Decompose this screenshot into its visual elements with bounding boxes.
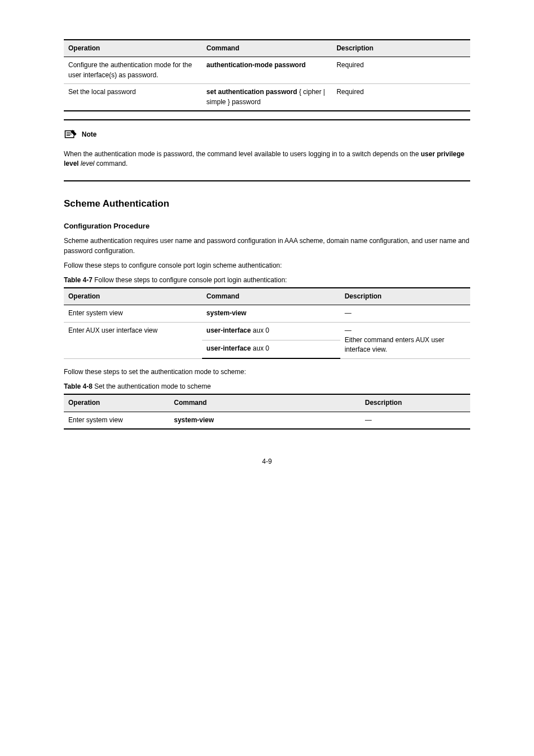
- t2-r1-desc: —: [340, 305, 470, 322]
- table-row: Configure the authentication mode for th…: [64, 57, 470, 84]
- t3-r1-cmd: system-view: [170, 412, 360, 429]
- t1-r1-op: Configure the authentication mode for th…: [64, 57, 202, 84]
- t2-r3-cmd: user-interface aux 0: [202, 340, 340, 358]
- t3-h1: Operation: [64, 394, 170, 412]
- t2-h3: Description: [340, 288, 470, 305]
- t1-r2-cmd: set authentication password { cipher | s…: [202, 84, 332, 111]
- table-scheme-mode: Operation Command Description Enter syst…: [64, 394, 470, 430]
- paragraph-follow1: Follow these steps to configure console …: [64, 260, 470, 270]
- t2-r1-op: Enter system view: [64, 305, 202, 322]
- t3-h3: Description: [360, 394, 470, 412]
- t1-r1-cmd: authentication-mode password: [202, 57, 332, 84]
- t3-r1-op: Enter system view: [64, 412, 170, 429]
- t2-h1: Operation: [64, 288, 202, 305]
- paragraph-follow2: Follow these steps to set the authentica…: [64, 367, 470, 377]
- t3-r1-desc: —: [360, 412, 470, 429]
- t1-h2: Command: [202, 40, 332, 57]
- page-number: 4-9: [64, 458, 470, 465]
- note-header: Note: [64, 128, 470, 141]
- t2-r2-desc: — Either command enters AUX user interfa…: [340, 322, 470, 358]
- table-row: Enter system view system-view —: [64, 412, 470, 429]
- t1-h3: Description: [332, 40, 470, 57]
- note-callout: Note When the authentication mode is pas…: [64, 119, 470, 181]
- table-row: Enter AUX user interface view user-inter…: [64, 322, 470, 340]
- t2-r1-cmd: system-view: [202, 305, 340, 322]
- t2-r2-cmd: user-interface aux 0: [202, 322, 340, 340]
- table-row: Set the local password set authenticatio…: [64, 84, 470, 111]
- note-icon: [64, 128, 78, 141]
- table-row: Enter system view system-view —: [64, 305, 470, 322]
- paragraph-intro: Scheme authentication requires user name…: [64, 236, 470, 256]
- t3-h2: Command: [170, 394, 360, 412]
- table-auth-password: Operation Command Description Configure …: [64, 39, 470, 111]
- note-label: Note: [82, 130, 97, 138]
- t1-r2-desc: Required: [332, 84, 470, 111]
- table2-caption: Table 4-7 Follow these steps to configur…: [64, 275, 470, 285]
- section-heading: Scheme Authentication: [64, 198, 470, 209]
- table-console-login-auth: Operation Command Description Enter syst…: [64, 287, 470, 359]
- table3-caption: Table 4-8 Set the authentication mode to…: [64, 381, 470, 391]
- note-body: When the authentication mode is password…: [64, 150, 470, 169]
- subsection-heading: Configuration Procedure: [64, 222, 470, 230]
- t2-r2-op: Enter AUX user interface view: [64, 322, 202, 358]
- page-content: Operation Command Description Configure …: [0, 0, 534, 493]
- t1-r2-op: Set the local password: [64, 84, 202, 111]
- t2-h2: Command: [202, 288, 340, 305]
- t1-r1-desc: Required: [332, 57, 470, 84]
- t1-h1: Operation: [64, 40, 202, 57]
